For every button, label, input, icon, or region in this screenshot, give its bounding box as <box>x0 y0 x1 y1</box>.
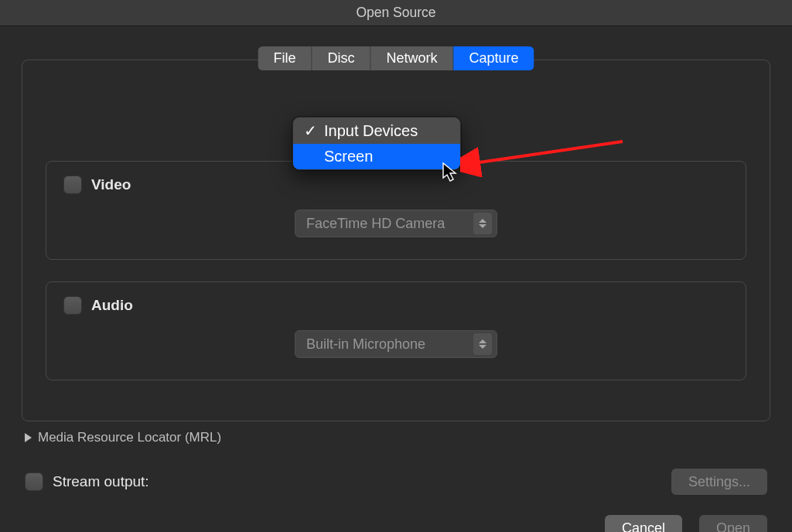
window-title: Open Source <box>356 5 435 21</box>
tab-capture[interactable]: Capture <box>452 46 534 70</box>
mrl-disclosure[interactable]: Media Resource Locator (MRL) <box>25 430 221 445</box>
select-stepper-icon <box>473 333 492 355</box>
open-button[interactable]: Open <box>699 515 767 532</box>
audio-checkbox[interactable] <box>63 296 82 315</box>
stream-output-label: Stream output: <box>53 473 149 490</box>
stream-output-checkbox[interactable] <box>25 472 43 491</box>
audio-group: Audio Built-in Microphone <box>46 281 746 380</box>
audio-device-select[interactable]: Built-in Microphone <box>295 330 497 358</box>
dropdown-item-label: Screen <box>324 148 373 165</box>
dropdown-item-screen[interactable]: Screen <box>293 144 460 169</box>
video-group: Video FaceTime HD Camera <box>46 161 746 260</box>
disclosure-triangle-icon <box>25 433 32 442</box>
cancel-button[interactable]: Cancel <box>605 515 682 532</box>
mrl-label: Media Resource Locator (MRL) <box>38 430 221 445</box>
video-label: Video <box>91 176 131 193</box>
source-tabs: File Disc Network Capture <box>258 46 534 70</box>
audio-label: Audio <box>91 297 133 314</box>
video-device-value: FaceTime HD Camera <box>306 216 445 232</box>
dropdown-item-input-devices[interactable]: ✓ Input Devices <box>293 118 460 144</box>
tab-network[interactable]: Network <box>370 46 452 70</box>
select-stepper-icon <box>473 213 492 234</box>
video-checkbox[interactable] <box>63 176 82 194</box>
capture-mode-dropdown: ✓ Input Devices Screen <box>292 117 461 170</box>
video-device-select[interactable]: FaceTime HD Camera <box>295 210 497 237</box>
dropdown-item-label: Input Devices <box>324 122 418 140</box>
audio-device-value: Built-in Microphone <box>306 336 425 353</box>
tab-file[interactable]: File <box>258 46 311 70</box>
checkmark-icon: ✓ <box>304 121 319 140</box>
tab-disc[interactable]: Disc <box>311 46 370 70</box>
capture-panel: Video FaceTime HD Camera Audio Built-in … <box>22 60 770 421</box>
settings-button[interactable]: Settings... <box>671 469 767 495</box>
